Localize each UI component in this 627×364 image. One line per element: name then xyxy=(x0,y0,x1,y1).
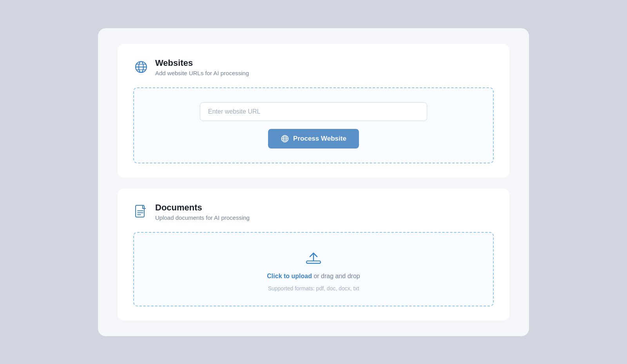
document-icon xyxy=(133,204,149,219)
drag-drop-text: drag and drop xyxy=(321,273,360,279)
main-container: Websites Add website URLs for AI process… xyxy=(98,28,529,336)
or-text: or xyxy=(312,273,321,279)
url-input[interactable] xyxy=(200,102,427,121)
globe-icon xyxy=(133,59,149,75)
websites-subtitle: Add website URLs for AI processing xyxy=(155,70,249,76)
documents-subtitle: Upload documents for AI processing xyxy=(155,214,250,221)
websites-title-group: Websites Add website URLs for AI process… xyxy=(155,58,249,76)
documents-header: Documents Upload documents for AI proces… xyxy=(133,203,494,221)
documents-title-group: Documents Upload documents for AI proces… xyxy=(155,203,250,221)
documents-title: Documents xyxy=(155,203,250,213)
process-globe-icon xyxy=(281,134,289,143)
upload-icon xyxy=(303,247,324,267)
documents-section: Documents Upload documents for AI proces… xyxy=(118,188,509,321)
websites-header: Websites Add website URLs for AI process… xyxy=(133,58,494,76)
websites-title: Websites xyxy=(155,58,249,68)
documents-drop-zone[interactable]: Click to upload or drag and drop Support… xyxy=(133,232,494,306)
upload-cta-text: Click to upload or drag and drop xyxy=(267,273,360,280)
process-button-label: Process Website xyxy=(293,135,346,143)
websites-drop-zone: Process Website xyxy=(133,87,494,163)
click-to-upload-link[interactable]: Click to upload xyxy=(267,273,312,279)
process-website-button[interactable]: Process Website xyxy=(268,129,359,148)
svg-rect-15 xyxy=(306,261,321,263)
websites-section: Websites Add website URLs for AI process… xyxy=(118,44,509,177)
supported-formats-text: Supported formats: pdf, doc, docx, txt xyxy=(268,285,359,292)
upload-area: Click to upload or drag and drop Support… xyxy=(267,247,360,292)
